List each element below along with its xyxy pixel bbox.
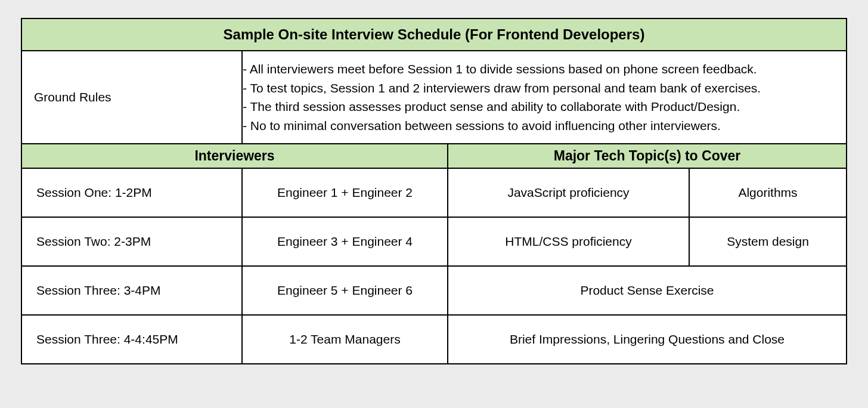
topic-merged-cell: Brief Impressions, Lingering Questions a…	[448, 315, 847, 364]
session-label: Session Two: 2-3PM	[21, 217, 242, 266]
topic-cell: HTML/CSS proficiency	[448, 217, 689, 266]
rule-line: - No to minimal conversation between ses…	[243, 116, 840, 135]
header-topics: Major Tech Topic(s) to Cover	[448, 144, 847, 168]
session-label: Session Three: 3-4PM	[21, 266, 242, 315]
topic-cell: Algorithms	[689, 168, 847, 217]
table-title: Sample On-site Interview Schedule (For F…	[21, 18, 847, 51]
rule-line: - The third session assesses product sen…	[243, 97, 840, 116]
header-interviewers: Interviewers	[21, 144, 448, 168]
table-row: Session Three: 3-4PM Engineer 5 + Engine…	[21, 266, 847, 315]
table-row: Session Three: 4-4:45PM 1-2 Team Manager…	[21, 315, 847, 364]
interviewer-cell: Engineer 5 + Engineer 6	[242, 266, 448, 315]
session-label: Session Three: 4-4:45PM	[21, 315, 242, 364]
session-label: Session One: 1-2PM	[21, 168, 242, 217]
topic-merged-cell: Product Sense Exercise	[448, 266, 847, 315]
table-row: Session Two: 2-3PM Engineer 3 + Engineer…	[21, 217, 847, 266]
topic-cell: JavaScript proficiency	[448, 168, 689, 217]
topic-cell: System design	[689, 217, 847, 266]
interviewer-cell: Engineer 1 + Engineer 2	[242, 168, 448, 217]
interviewer-cell: 1-2 Team Managers	[242, 315, 448, 364]
rule-line: - All interviewers meet before Session 1…	[243, 60, 840, 79]
interviewer-cell: Engineer 3 + Engineer 4	[242, 217, 448, 266]
ground-rules-content: - All interviewers meet before Session 1…	[242, 51, 847, 144]
table-row: Session One: 1-2PM Engineer 1 + Engineer…	[21, 168, 847, 217]
rule-line: - To test topics, Session 1 and 2 interv…	[243, 79, 840, 98]
interview-schedule-table: Sample On-site Interview Schedule (For F…	[21, 18, 847, 364]
ground-rules-label: Ground Rules	[21, 51, 242, 144]
